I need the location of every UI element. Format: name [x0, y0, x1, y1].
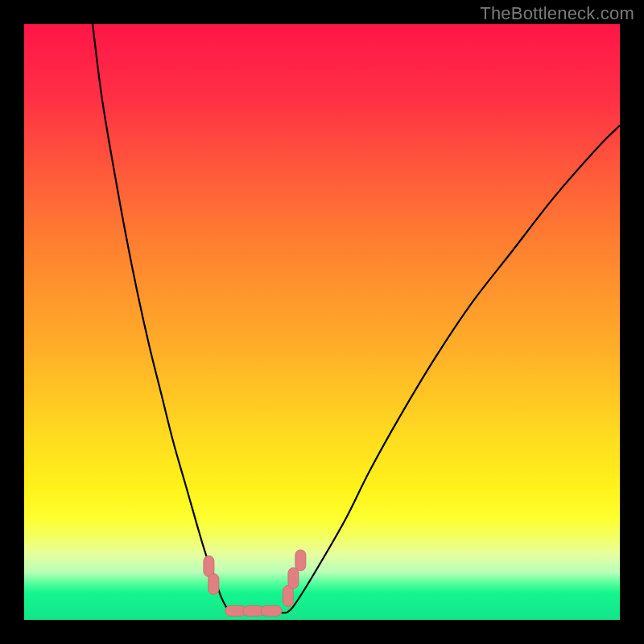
data-marker-3	[288, 568, 299, 588]
data-marker-1	[208, 574, 219, 595]
curves-group	[93, 24, 620, 613]
markers-group	[204, 550, 306, 616]
left-branch-curve	[93, 24, 231, 613]
data-marker-7	[261, 605, 282, 616]
data-marker-4	[295, 550, 306, 571]
curve-layer	[24, 24, 620, 620]
plot-area	[24, 24, 620, 620]
right-branch-curve	[287, 126, 620, 613]
chart-frame: TheBottleneck.com	[0, 0, 644, 644]
watermark-text: TheBottleneck.com	[480, 3, 634, 24]
